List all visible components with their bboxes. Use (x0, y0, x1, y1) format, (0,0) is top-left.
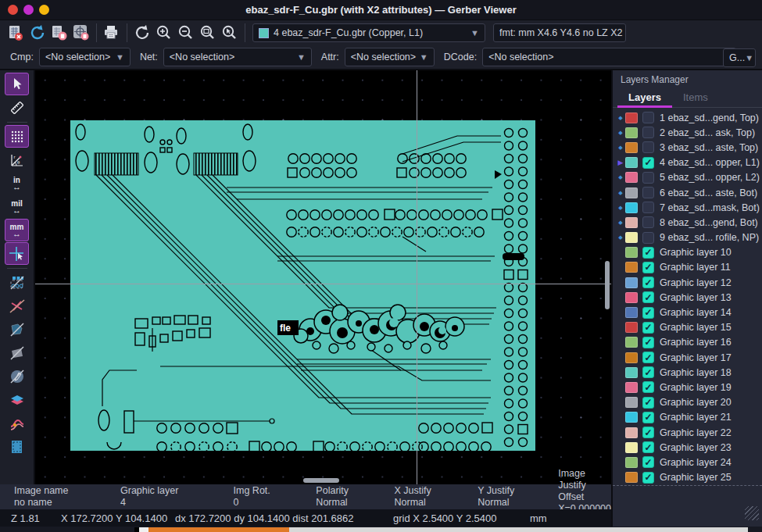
units-mm-button[interactable]: mm↔ (5, 219, 29, 241)
layer-color-swatch[interactable] (625, 427, 638, 438)
layer-row[interactable]: ✓Graphic layer 23 (613, 440, 762, 455)
diff-mode-button[interactable] (5, 388, 29, 411)
open-gerber-file-button[interactable] (48, 22, 70, 44)
layer-row[interactable]: ✓Graphic layer 18 (613, 365, 762, 380)
component-filter-select[interactable]: <No selection> ▼ (39, 48, 131, 66)
horizontal-scrollbar[interactable] (303, 478, 339, 483)
close-window-button[interactable] (8, 5, 18, 15)
sketch-lines-button[interactable] (5, 295, 29, 317)
layer-visibility-checkbox[interactable]: ✓ (642, 397, 654, 409)
layer-visibility-checkbox[interactable]: ✓ (642, 366, 654, 378)
layer-color-swatch[interactable] (625, 382, 638, 393)
layer-color-swatch[interactable] (625, 367, 638, 378)
maximize-window-button[interactable] (39, 5, 49, 15)
layer-color-swatch[interactable] (625, 292, 638, 303)
layer-row[interactable]: ◆7 ebaz_sd...mask, Bot) (613, 200, 762, 215)
layer-visibility-checkbox[interactable] (642, 112, 654, 123)
open-drill-file-button[interactable] (70, 22, 92, 44)
layer-row[interactable]: ✓Graphic layer 13 (613, 290, 762, 305)
layer-row[interactable]: ✓Graphic layer 19 (613, 380, 762, 395)
layer-visibility-checkbox[interactable]: ✓ (642, 337, 654, 348)
layer-color-swatch[interactable] (625, 322, 638, 333)
layer-visibility-checkbox[interactable]: ✓ (642, 381, 654, 393)
layer-row[interactable]: ✓Graphic layer 11 (613, 260, 762, 275)
layer-visibility-checkbox[interactable]: ✓ (642, 322, 654, 334)
select-tool-button[interactable] (5, 73, 29, 95)
layer-row[interactable]: ◆9 ebaz_sd... rofile, NP) (613, 230, 762, 245)
layer-row[interactable]: ✓Graphic layer 20 (613, 395, 762, 410)
layer-visibility-checkbox[interactable] (642, 127, 654, 138)
layer-row[interactable]: ◆6 ebaz_sd... aste, Bot) (613, 185, 762, 200)
layer-color-swatch[interactable] (625, 127, 638, 138)
layer-row[interactable]: ✓Graphic layer 21 (613, 410, 762, 425)
layer-row[interactable]: ✓Graphic layer 10 (613, 245, 762, 260)
polar-coordinates-button[interactable]: rθ (5, 148, 29, 171)
layer-color-swatch[interactable] (625, 307, 638, 318)
layer-visibility-checkbox[interactable]: ✓ (642, 427, 654, 438)
layer-color-swatch[interactable] (625, 457, 638, 468)
layer-row[interactable]: ✓Graphic layer 12 (613, 275, 762, 290)
layer-row[interactable]: ✓Graphic layer 22 (613, 425, 762, 440)
print-button[interactable] (101, 22, 123, 44)
layer-color-swatch[interactable] (625, 277, 638, 288)
zoom-selection-button[interactable] (219, 22, 241, 44)
layer-row[interactable]: ◆2 ebaz_sd... ask, Top) (613, 125, 762, 140)
zoom-out-button[interactable] (175, 22, 197, 44)
layer-row[interactable]: ◆5 ebaz_sd... opper, L2) (613, 170, 762, 185)
layer-color-swatch[interactable] (625, 232, 638, 243)
gerber-canvas[interactable]: fle (35, 70, 611, 484)
layer-color-swatch[interactable] (625, 187, 638, 198)
layer-row[interactable]: ◆3 ebaz_sd... aste, Top) (613, 140, 762, 155)
zoom-in-button[interactable] (153, 22, 175, 44)
layer-row[interactable]: ✓Graphic layer 15 (613, 320, 762, 335)
high-contrast-button[interactable] (5, 412, 29, 434)
layer-color-swatch[interactable] (625, 112, 638, 123)
minimize-window-button[interactable] (23, 5, 34, 15)
layer-color-swatch[interactable] (625, 337, 638, 348)
show-negative-objects-button[interactable] (5, 341, 29, 364)
layer-row[interactable]: ◆1 ebaz_sd...gend, Top) (613, 110, 762, 125)
layer-visibility-checkbox[interactable]: ✓ (642, 277, 654, 288)
layer-visibility-checkbox[interactable]: ✓ (642, 307, 654, 319)
refresh-view-button[interactable] (131, 22, 153, 44)
layer-visibility-checkbox[interactable]: ✓ (642, 472, 654, 484)
layer-color-swatch[interactable] (625, 172, 638, 183)
clear-layers-button[interactable] (5, 22, 27, 44)
active-layer-select[interactable]: 4 ebaz_sdr-F_Cu.gbr (Copper, L1) ▼ (252, 23, 485, 42)
layer-row[interactable]: ▶✓4 ebaz_sd... opper, L1) (613, 155, 762, 170)
layer-color-swatch[interactable] (625, 262, 638, 273)
layer-visibility-checkbox[interactable]: ✓ (642, 441, 654, 453)
grid-select[interactable]: G... ▼ (723, 48, 756, 67)
layer-color-swatch[interactable] (625, 157, 638, 168)
sketch-polygons-button[interactable] (5, 318, 29, 341)
layer-visibility-checkbox[interactable]: ✓ (642, 247, 654, 259)
layer-color-swatch[interactable] (625, 442, 638, 453)
layer-color-swatch[interactable] (625, 217, 638, 228)
layer-color-swatch[interactable] (625, 472, 638, 483)
measure-tool-button[interactable] (5, 96, 29, 119)
layer-visibility-checkbox[interactable]: ✓ (642, 412, 654, 423)
layer-visibility-checkbox[interactable] (642, 216, 654, 228)
grid-visibility-button[interactable] (5, 125, 29, 148)
reload-all-layers-button[interactable] (27, 22, 48, 44)
layer-visibility-checkbox[interactable]: ✓ (642, 291, 654, 303)
units-mils-button[interactable]: mil↔ (5, 195, 29, 218)
layer-visibility-checkbox[interactable]: ✓ (642, 352, 654, 363)
layer-visibility-checkbox[interactable]: ✓ (642, 456, 654, 468)
show-page-limits-button[interactable] (5, 435, 29, 458)
resize-grip[interactable] (745, 506, 759, 520)
layer-row[interactable]: ✓Graphic layer 26 (613, 485, 762, 486)
layer-row[interactable]: ✓Graphic layer 14 (613, 305, 762, 320)
layer-color-swatch[interactable] (625, 202, 638, 213)
layer-row[interactable]: ✓Graphic layer 25 (613, 470, 762, 485)
layer-color-swatch[interactable] (625, 397, 638, 408)
layer-visibility-checkbox[interactable] (642, 187, 654, 198)
layer-row[interactable]: ✓Graphic layer 24 (613, 455, 762, 470)
layer-visibility-checkbox[interactable] (642, 202, 654, 213)
layer-color-swatch[interactable] (625, 352, 638, 363)
layer-row[interactable]: ✓Graphic layer 16 (613, 335, 762, 350)
dcode-filter-select[interactable]: <No selection> ▼ (482, 48, 736, 66)
layer-color-swatch[interactable] (625, 412, 638, 423)
full-crosshair-button[interactable] (5, 242, 29, 265)
zoom-fit-button[interactable] (197, 22, 219, 44)
